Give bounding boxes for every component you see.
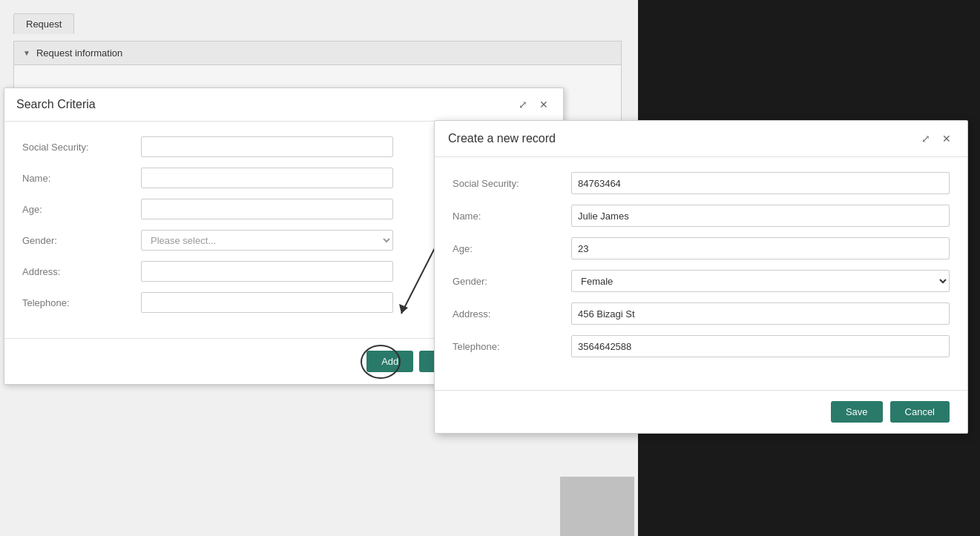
search-modal-title: Search Criteria bbox=[16, 98, 96, 111]
request-header-title: Request information bbox=[36, 47, 122, 59]
search-modal-expand-button[interactable]: ⤢ bbox=[516, 97, 530, 112]
create-social-security-row: Social Security: bbox=[453, 172, 950, 194]
telephone-label: Telephone: bbox=[22, 297, 141, 308]
create-social-security-input[interactable] bbox=[571, 172, 950, 194]
age-input[interactable] bbox=[141, 199, 393, 219]
create-age-input[interactable] bbox=[571, 237, 950, 259]
gender-select[interactable]: Please select... Male Female bbox=[141, 230, 393, 251]
request-tab[interactable]: Request bbox=[13, 13, 74, 34]
tab-bar: Request bbox=[13, 13, 74, 34]
create-address-label: Address: bbox=[453, 308, 571, 320]
create-record-modal: Create a new record ⤢ ✕ Social Security:… bbox=[434, 120, 968, 434]
gender-label: Gender: bbox=[22, 235, 141, 246]
create-modal-footer: Save Cancel bbox=[435, 390, 967, 433]
social-security-input[interactable] bbox=[141, 136, 393, 157]
create-telephone-label: Telephone: bbox=[453, 341, 571, 352]
request-tab-label: Request bbox=[26, 19, 62, 30]
save-button[interactable]: Save bbox=[831, 401, 883, 423]
telephone-input[interactable] bbox=[141, 292, 393, 313]
add-button-wrapper: Add bbox=[366, 351, 413, 372]
create-cancel-label: Cancel bbox=[905, 406, 935, 417]
create-gender-row: Gender: Female Male bbox=[453, 270, 950, 292]
chevron-down-icon: ▼ bbox=[23, 49, 30, 57]
search-modal-header: Search Criteria ⤢ ✕ bbox=[4, 88, 563, 122]
create-modal-title: Create a new record bbox=[448, 132, 556, 145]
name-input[interactable] bbox=[141, 168, 393, 188]
add-button-label: Add bbox=[381, 356, 398, 367]
create-cancel-button[interactable]: Cancel bbox=[890, 401, 950, 423]
create-address-input[interactable] bbox=[571, 302, 950, 325]
create-modal-controls: ⤢ ✕ bbox=[918, 131, 954, 146]
create-gender-select[interactable]: Female Male bbox=[571, 270, 950, 292]
gray-block bbox=[560, 477, 634, 536]
search-modal-controls: ⤢ ✕ bbox=[516, 97, 551, 112]
address-label: Address: bbox=[22, 266, 141, 277]
create-name-row: Name: bbox=[453, 205, 950, 227]
create-age-label: Age: bbox=[453, 243, 571, 254]
create-name-input[interactable] bbox=[571, 205, 950, 227]
create-modal-close-button[interactable]: ✕ bbox=[939, 131, 954, 146]
create-gender-label: Gender: bbox=[453, 276, 571, 287]
create-modal-body: Social Security: Name: Age: Gender: Fema… bbox=[435, 157, 967, 390]
expand-icon: ⤢ bbox=[519, 99, 527, 110]
create-name-label: Name: bbox=[453, 211, 571, 222]
add-button[interactable]: Add bbox=[366, 351, 413, 372]
address-input[interactable] bbox=[141, 261, 393, 282]
create-address-row: Address: bbox=[453, 302, 950, 325]
close-icon: ✕ bbox=[942, 133, 951, 145]
close-icon: ✕ bbox=[539, 99, 548, 110]
expand-icon: ⤢ bbox=[921, 133, 930, 145]
create-social-security-label: Social Security: bbox=[453, 178, 571, 189]
name-label: Name: bbox=[22, 173, 141, 184]
age-label: Age: bbox=[22, 204, 141, 215]
create-modal-expand-button[interactable]: ⤢ bbox=[918, 131, 933, 146]
create-telephone-input[interactable] bbox=[571, 335, 950, 357]
request-header: ▼ Request information bbox=[14, 42, 621, 65]
save-button-label: Save bbox=[846, 406, 868, 417]
create-modal-header: Create a new record ⤢ ✕ bbox=[435, 121, 967, 157]
create-telephone-row: Telephone: bbox=[453, 335, 950, 357]
social-security-label: Social Security: bbox=[22, 142, 141, 153]
create-age-row: Age: bbox=[453, 237, 950, 259]
search-modal-close-button[interactable]: ✕ bbox=[536, 97, 551, 112]
